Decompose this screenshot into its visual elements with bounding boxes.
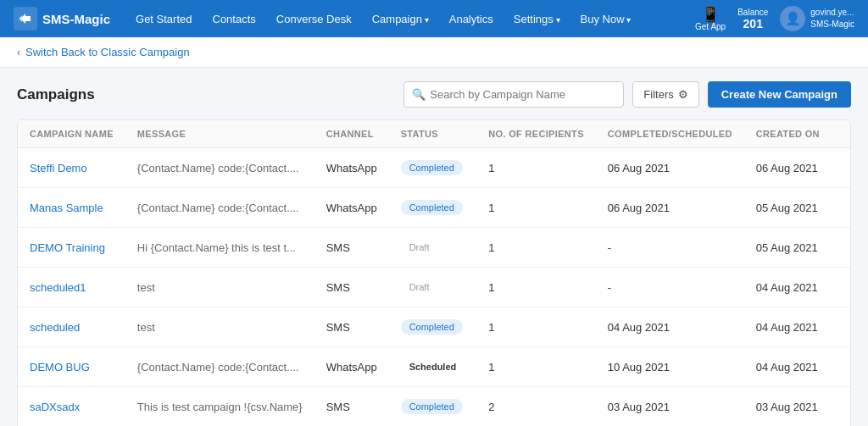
nav-contacts[interactable]: Contacts <box>204 8 264 30</box>
table-row: DEMO Training Hi {Contact.Name} this is … <box>18 228 851 268</box>
message-cell: {Contact.Name} code:{Contact.... <box>125 347 314 387</box>
more-options-button[interactable]: ⋮ <box>843 276 851 298</box>
channel-cell: WhatsApp <box>314 347 389 387</box>
actions-cell: ⋮ <box>832 347 851 387</box>
table-row: Steffi Demo {Contact.Name} code:{Contact… <box>18 148 851 188</box>
campaigns-table-wrap: Campaign Name Message Channel Status No.… <box>17 119 851 426</box>
recipients-cell: 2 <box>476 387 596 427</box>
breadcrumb-bar: ‹ Switch Back to Classic Campaign <box>0 37 868 68</box>
status-badge: Draft <box>401 279 438 295</box>
campaigns-table: Campaign Name Message Channel Status No.… <box>18 120 851 426</box>
nav-converse-desk[interactable]: Converse Desk <box>268 8 360 30</box>
created-on-cell: 03 Aug 2021 <box>744 387 832 427</box>
more-options-button[interactable]: ⋮ <box>843 157 851 179</box>
more-options-button[interactable]: ⋮ <box>843 196 851 219</box>
search-input[interactable] <box>403 81 624 108</box>
nav-get-started[interactable]: Get Started <box>127 8 200 30</box>
recipients-cell: 1 <box>476 188 596 228</box>
more-options-button[interactable]: ⋮ <box>843 356 851 378</box>
created-on-cell: 04 Aug 2021 <box>744 307 832 347</box>
created-on-cell: 06 Aug 2021 <box>744 148 832 188</box>
nav-campaign[interactable]: Campaign <box>364 8 437 30</box>
campaign-name-cell[interactable]: scheduled1 <box>18 268 125 307</box>
status-badge: Completed <box>401 160 463 175</box>
created-on-cell: 04 Aug 2021 <box>744 268 832 307</box>
avatar-icon: 👤 <box>785 11 801 26</box>
campaign-name-cell[interactable]: scheduled <box>18 307 125 347</box>
message-cell: test <box>125 307 314 347</box>
balance-value: 201 <box>743 17 763 30</box>
col-channel: Channel <box>314 120 389 148</box>
nav-settings[interactable]: Settings <box>505 8 569 30</box>
col-created-on: Created On <box>744 120 832 148</box>
status-cell: Scheduled <box>389 347 477 387</box>
status-badge: Completed <box>401 200 463 215</box>
filters-button[interactable]: Filters ⚙ <box>632 81 698 108</box>
get-app-label: Get App <box>695 22 726 31</box>
brand-logo[interactable]: SMS-Magic <box>14 7 110 30</box>
col-message: Message <box>125 120 314 148</box>
recipients-cell: 1 <box>476 268 596 307</box>
nav-buy-now[interactable]: Buy Now <box>572 8 640 30</box>
recipients-cell: 1 <box>476 347 596 387</box>
col-campaign-name: Campaign Name <box>18 120 125 148</box>
user-info: govind.ye... SMS-Magic <box>810 7 854 30</box>
channel-cell: SMS <box>314 228 389 268</box>
campaign-name-cell[interactable]: DEMO Training <box>18 228 125 268</box>
campaign-name-cell[interactable]: saDXsadx <box>18 387 125 427</box>
channel-cell: WhatsApp <box>314 148 389 188</box>
message-cell: {Contact.Name} code:{Contact.... <box>125 148 314 188</box>
status-cell: Completed <box>389 188 477 228</box>
main-content: Campaigns 🔍 Filters ⚙ Create New Campaig… <box>0 68 868 426</box>
status-badge: Draft <box>401 240 438 255</box>
toolbar-right: 🔍 Filters ⚙ Create New Campaign <box>403 81 851 108</box>
balance-label: Balance <box>737 8 768 17</box>
nav-analytics[interactable]: Analytics <box>441 8 502 30</box>
brand-name: SMS-Magic <box>42 12 110 26</box>
message-cell: This is test campaign !{csv.Name} <box>125 387 314 427</box>
actions-cell: ⋮ <box>832 228 851 268</box>
balance-display: Balance 201 <box>737 8 768 30</box>
breadcrumb-back-link[interactable]: Switch Back to Classic Campaign <box>25 46 190 58</box>
col-status: Status <box>389 120 477 148</box>
actions-cell: ⋮ <box>832 307 851 347</box>
user-org: SMS-Magic <box>810 19 854 30</box>
create-campaign-button[interactable]: Create New Campaign <box>708 81 851 108</box>
table-row: scheduled1 test SMS Draft 1 - 04 Aug 202… <box>18 268 851 307</box>
created-on-cell: 05 Aug 2021 <box>744 228 832 268</box>
filter-icon: ⚙ <box>678 88 688 101</box>
message-cell: {Contact.Name} code:{Contact.... <box>125 188 314 228</box>
completed-scheduled-cell: - <box>596 228 744 268</box>
more-options-button[interactable]: ⋮ <box>843 316 851 338</box>
channel-cell: WhatsApp <box>314 188 389 228</box>
more-options-button[interactable]: ⋮ <box>843 396 851 418</box>
channel-cell: SMS <box>314 307 389 347</box>
navbar: SMS-Magic Get Started Contacts Converse … <box>0 0 868 37</box>
filters-label: Filters <box>643 88 673 101</box>
actions-cell: ⋮ <box>832 387 851 427</box>
campaign-name-cell[interactable]: DEMO BUG <box>18 347 125 387</box>
campaign-name-cell[interactable]: Steffi Demo <box>18 148 125 188</box>
message-cell: Hi {Contact.Name} this is test t... <box>125 228 314 268</box>
table-header: Campaign Name Message Channel Status No.… <box>18 120 851 148</box>
user-menu[interactable]: 👤 govind.ye... SMS-Magic <box>780 6 854 31</box>
page-title: Campaigns <box>17 86 95 103</box>
get-app-button[interactable]: 📱 Get App <box>695 7 726 31</box>
status-cell: Draft <box>389 228 477 268</box>
completed-scheduled-cell: - <box>596 268 744 307</box>
col-completed-scheduled: Completed/Scheduled <box>596 120 744 148</box>
recipients-cell: 1 <box>476 307 596 347</box>
col-recipients: No. of Recipients <box>476 120 596 148</box>
table-body: Steffi Demo {Contact.Name} code:{Contact… <box>18 148 851 427</box>
status-badge: Completed <box>401 319 463 335</box>
status-cell: Draft <box>389 268 477 307</box>
recipients-cell: 1 <box>476 148 596 188</box>
actions-cell: ⋮ <box>832 268 851 307</box>
more-options-button[interactable]: ⋮ <box>843 236 851 258</box>
status-cell: Completed <box>389 387 477 427</box>
message-cell: test <box>125 268 314 307</box>
campaign-name-cell[interactable]: Manas Sample <box>18 188 125 228</box>
actions-cell: ⋮ <box>832 188 851 228</box>
actions-cell: ⋮ <box>832 148 851 188</box>
completed-scheduled-cell: 04 Aug 2021 <box>596 307 744 347</box>
